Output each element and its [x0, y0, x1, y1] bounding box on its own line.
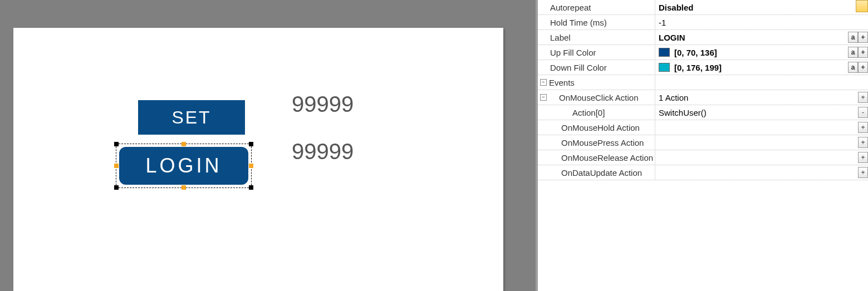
prop-row-ondataupdate[interactable]: OnDataUpdate Action + [538, 165, 868, 180]
prop-row-action0[interactable]: Action[0] SwitchUser() - [538, 105, 868, 120]
set-button[interactable]: SET [138, 100, 245, 135]
prop-value-label[interactable]: LOGIN a + [655, 30, 868, 45]
prop-row-label[interactable]: Label LOGIN a + [538, 30, 868, 45]
property-grid: Autorepeat Disabled Hold Time (ms) -1 La… [538, 0, 868, 180]
resize-handle-sw[interactable] [114, 185, 119, 190]
add-action-button-click[interactable]: + [858, 92, 868, 103]
onmouserelease-value[interactable]: + [655, 150, 868, 165]
remove-action-button[interactable]: - [858, 107, 868, 118]
action0-value[interactable]: SwitchUser() - [655, 105, 868, 120]
add-action-button-hold[interactable]: + [858, 122, 868, 133]
onmousehold-value[interactable]: + [655, 120, 868, 135]
tree-collapse-icon[interactable]: − [540, 79, 547, 86]
prop-row-upfill[interactable]: Up Fill Color [0, 70, 136] a + [538, 45, 868, 60]
prop-row-onmousehold[interactable]: OnMouseHold Action + [538, 120, 868, 135]
login-button[interactable]: LOGIN [119, 147, 248, 185]
upfill-color-swatch[interactable] [659, 48, 670, 57]
resize-handle-nw[interactable] [114, 142, 119, 146]
resize-handle-n[interactable] [182, 142, 186, 146]
add-button-downfill[interactable]: + [858, 62, 868, 73]
prop-row-holdtime[interactable]: Hold Time (ms) -1 [538, 15, 868, 30]
attach-tag-button[interactable]: a [848, 32, 858, 43]
numeric-display-2[interactable]: 99999 [292, 139, 354, 164]
resize-handle-s[interactable] [182, 185, 186, 190]
panel-side-tab[interactable] [856, 0, 868, 12]
prop-row-onmouserelease[interactable]: OnMouseRelease Action + [538, 150, 868, 165]
resize-handle-w[interactable] [114, 164, 119, 168]
tree-collapse-icon-click[interactable]: − [540, 94, 547, 101]
add-action-button-update[interactable]: + [858, 167, 868, 178]
prop-value-holdtime[interactable]: -1 [655, 15, 868, 29]
properties-panel: Autorepeat Disabled Hold Time (ms) -1 La… [536, 0, 868, 291]
onmousepress-value[interactable]: + [655, 135, 868, 150]
ondataupdate-label: OnDataUpdate Action [538, 168, 655, 177]
onmouseclick-value-text: 1 Action [659, 93, 688, 102]
downfill-color-text: [0, 176, 199] [674, 63, 722, 72]
prop-label-autorepeat: Autorepeat [538, 3, 655, 12]
resize-handle-se[interactable] [249, 185, 253, 190]
attach-tag-button-downfill[interactable]: a [848, 62, 858, 73]
onmousehold-label: OnMouseHold Action [538, 123, 655, 132]
design-canvas-area: SET LOGIN 99999 99999 [0, 0, 534, 291]
prop-label-label: Label [538, 33, 655, 42]
prop-value-upfill[interactable]: [0, 70, 136] a + [655, 45, 868, 60]
numeric-display-1[interactable]: 99999 [292, 92, 354, 117]
hmi-screen-page[interactable]: SET LOGIN 99999 99999 [13, 28, 503, 291]
events-section-header[interactable]: − Events [538, 78, 655, 87]
downfill-color-swatch[interactable] [659, 63, 670, 72]
events-section-value [655, 75, 868, 90]
prop-row-onmouseclick[interactable]: − OnMouseClick Action 1 Action + [538, 90, 868, 105]
prop-value-downfill[interactable]: [0, 176, 199] a + [655, 60, 868, 75]
resize-handle-ne[interactable] [249, 142, 253, 146]
prop-value-autorepeat[interactable]: Disabled [655, 0, 868, 14]
ondataupdate-value[interactable]: + [655, 165, 868, 180]
onmouseclick-value[interactable]: 1 Action + [655, 90, 868, 105]
prop-row-onmousepress[interactable]: OnMousePress Action + [538, 135, 868, 150]
add-button[interactable]: + [858, 32, 868, 43]
onmouserelease-label: OnMouseRelease Action [538, 153, 655, 162]
attach-tag-button-upfill[interactable]: a [848, 47, 858, 58]
onmouseclick-header[interactable]: − OnMouseClick Action [538, 93, 655, 102]
prop-row-events-section[interactable]: − Events [538, 75, 868, 90]
prop-label-holdtime: Hold Time (ms) [538, 18, 655, 27]
prop-label-upfill: Up Fill Color [538, 48, 655, 57]
prop-row-autorepeat[interactable]: Autorepeat Disabled [538, 0, 868, 15]
add-action-button-release[interactable]: + [858, 152, 868, 163]
onmousepress-label: OnMousePress Action [538, 138, 655, 147]
add-action-button-press[interactable]: + [858, 137, 868, 148]
events-section-label: Events [549, 78, 575, 87]
onmouseclick-label: OnMouseClick Action [549, 93, 639, 102]
prop-value-label-text: LOGIN [659, 33, 685, 42]
resize-handle-e[interactable] [249, 164, 253, 168]
action0-value-text: SwitchUser() [659, 108, 707, 117]
prop-label-downfill: Down Fill Color [538, 63, 655, 72]
prop-row-downfill[interactable]: Down Fill Color [0, 176, 199] a + [538, 60, 868, 75]
add-button-upfill[interactable]: + [858, 47, 868, 58]
action0-label: Action[0] [538, 108, 655, 117]
upfill-color-text: [0, 70, 136] [674, 48, 717, 57]
